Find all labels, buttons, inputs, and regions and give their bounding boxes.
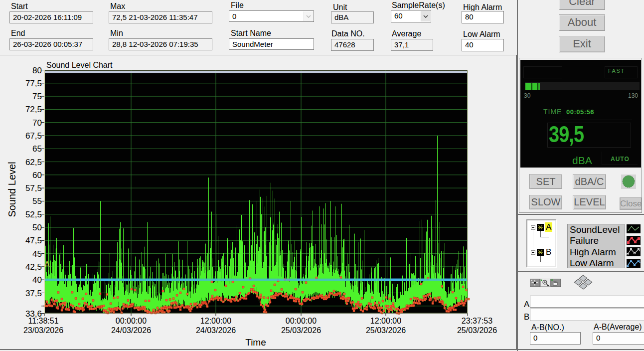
svg-text:Time: Time <box>245 337 266 348</box>
svg-text:12:00:00: 12:00:00 <box>370 317 401 325</box>
svg-text:42,5: 42,5 <box>25 262 42 272</box>
svg-text:62,5: 62,5 <box>25 158 42 167</box>
svg-text:47,5: 47,5 <box>25 236 42 245</box>
svg-text:80: 80 <box>32 66 42 75</box>
svg-text:60: 60 <box>32 171 42 180</box>
svg-text:24/03/2026: 24/03/2026 <box>111 326 151 335</box>
svg-text:11:38:51: 11:38:51 <box>28 317 58 325</box>
svg-text:Sound Level Chart: Sound Level Chart <box>46 61 113 69</box>
svg-text:67,5: 67,5 <box>25 131 42 141</box>
svg-text:23:37:53: 23:37:53 <box>462 317 492 325</box>
svg-text:40: 40 <box>32 275 42 285</box>
svg-text:70: 70 <box>32 118 42 128</box>
svg-text:23/03/2026: 23/03/2026 <box>23 326 63 335</box>
svg-text:A: A <box>44 260 50 269</box>
svg-text:45: 45 <box>32 249 42 259</box>
svg-text:12:00:00: 12:00:00 <box>200 317 231 325</box>
svg-text:57,5: 57,5 <box>25 183 42 193</box>
svg-text:77,5: 77,5 <box>25 79 42 88</box>
svg-text:52,5: 52,5 <box>25 210 42 219</box>
svg-text:72,5: 72,5 <box>25 105 42 114</box>
svg-text:25/03/2026: 25/03/2026 <box>281 326 321 335</box>
svg-text:65: 65 <box>32 144 42 154</box>
svg-text:75: 75 <box>32 92 42 101</box>
svg-text:24/03/2026: 24/03/2026 <box>196 326 236 335</box>
svg-text:37,5: 37,5 <box>25 289 42 298</box>
svg-text:25/03/2026: 25/03/2026 <box>457 326 497 335</box>
svg-text:Sound Level: Sound Level <box>6 162 17 217</box>
svg-text:25/03/2026: 25/03/2026 <box>366 326 406 335</box>
svg-text:00:00:00: 00:00:00 <box>286 317 317 325</box>
svg-text:00:00:00: 00:00:00 <box>116 317 147 325</box>
svg-text:50: 50 <box>32 223 42 232</box>
svg-text:55: 55 <box>32 196 42 206</box>
